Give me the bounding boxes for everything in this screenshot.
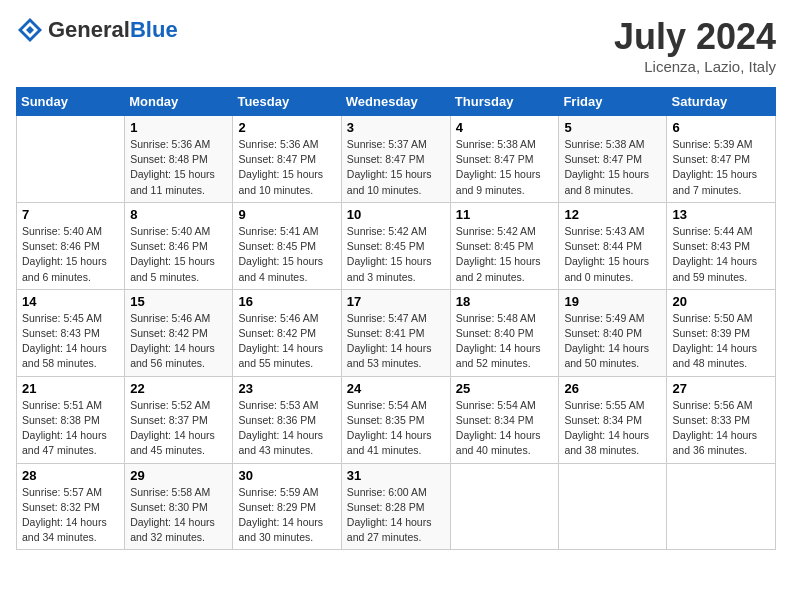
calendar-cell: 14 Sunrise: 5:45 AMSunset: 8:43 PMDaylig…	[17, 289, 125, 376]
weekday-header: Saturday	[667, 88, 776, 116]
day-number: 29	[130, 468, 227, 483]
calendar-week-row: 1 Sunrise: 5:36 AMSunset: 8:48 PMDayligh…	[17, 116, 776, 203]
day-detail: Sunrise: 5:38 AMSunset: 8:47 PMDaylight:…	[564, 137, 661, 198]
day-detail: Sunrise: 5:46 AMSunset: 8:42 PMDaylight:…	[130, 311, 227, 372]
calendar-cell: 4 Sunrise: 5:38 AMSunset: 8:47 PMDayligh…	[450, 116, 559, 203]
calendar-cell	[450, 463, 559, 550]
weekday-header: Monday	[125, 88, 233, 116]
logo: General Blue	[16, 16, 178, 44]
weekday-header: Wednesday	[341, 88, 450, 116]
day-number: 6	[672, 120, 770, 135]
day-detail: Sunrise: 5:37 AMSunset: 8:47 PMDaylight:…	[347, 137, 445, 198]
calendar-cell: 20 Sunrise: 5:50 AMSunset: 8:39 PMDaylig…	[667, 289, 776, 376]
weekday-header: Sunday	[17, 88, 125, 116]
calendar-cell: 27 Sunrise: 5:56 AMSunset: 8:33 PMDaylig…	[667, 376, 776, 463]
day-number: 15	[130, 294, 227, 309]
calendar-cell: 25 Sunrise: 5:54 AMSunset: 8:34 PMDaylig…	[450, 376, 559, 463]
title-block: July 2024 Licenza, Lazio, Italy	[614, 16, 776, 75]
day-number: 18	[456, 294, 554, 309]
day-detail: Sunrise: 6:00 AMSunset: 8:28 PMDaylight:…	[347, 485, 445, 546]
month-title: July 2024	[614, 16, 776, 58]
day-number: 23	[238, 381, 335, 396]
calendar-cell: 9 Sunrise: 5:41 AMSunset: 8:45 PMDayligh…	[233, 202, 341, 289]
day-number: 17	[347, 294, 445, 309]
calendar-cell	[17, 116, 125, 203]
day-detail: Sunrise: 5:46 AMSunset: 8:42 PMDaylight:…	[238, 311, 335, 372]
day-number: 28	[22, 468, 119, 483]
day-number: 5	[564, 120, 661, 135]
day-number: 4	[456, 120, 554, 135]
calendar-cell: 26 Sunrise: 5:55 AMSunset: 8:34 PMDaylig…	[559, 376, 667, 463]
calendar-cell	[667, 463, 776, 550]
calendar-cell: 17 Sunrise: 5:47 AMSunset: 8:41 PMDaylig…	[341, 289, 450, 376]
calendar-cell: 6 Sunrise: 5:39 AMSunset: 8:47 PMDayligh…	[667, 116, 776, 203]
calendar-cell: 19 Sunrise: 5:49 AMSunset: 8:40 PMDaylig…	[559, 289, 667, 376]
calendar-cell: 10 Sunrise: 5:42 AMSunset: 8:45 PMDaylig…	[341, 202, 450, 289]
day-detail: Sunrise: 5:51 AMSunset: 8:38 PMDaylight:…	[22, 398, 119, 459]
day-number: 9	[238, 207, 335, 222]
page-header: General Blue July 2024 Licenza, Lazio, I…	[16, 16, 776, 75]
day-number: 31	[347, 468, 445, 483]
day-detail: Sunrise: 5:56 AMSunset: 8:33 PMDaylight:…	[672, 398, 770, 459]
calendar-week-row: 7 Sunrise: 5:40 AMSunset: 8:46 PMDayligh…	[17, 202, 776, 289]
day-detail: Sunrise: 5:39 AMSunset: 8:47 PMDaylight:…	[672, 137, 770, 198]
day-detail: Sunrise: 5:41 AMSunset: 8:45 PMDaylight:…	[238, 224, 335, 285]
day-number: 26	[564, 381, 661, 396]
day-number: 2	[238, 120, 335, 135]
day-number: 22	[130, 381, 227, 396]
calendar-cell: 23 Sunrise: 5:53 AMSunset: 8:36 PMDaylig…	[233, 376, 341, 463]
day-detail: Sunrise: 5:44 AMSunset: 8:43 PMDaylight:…	[672, 224, 770, 285]
calendar-week-row: 21 Sunrise: 5:51 AMSunset: 8:38 PMDaylig…	[17, 376, 776, 463]
calendar-cell: 11 Sunrise: 5:42 AMSunset: 8:45 PMDaylig…	[450, 202, 559, 289]
day-detail: Sunrise: 5:59 AMSunset: 8:29 PMDaylight:…	[238, 485, 335, 546]
calendar-cell: 13 Sunrise: 5:44 AMSunset: 8:43 PMDaylig…	[667, 202, 776, 289]
logo-blue: Blue	[130, 17, 178, 43]
day-detail: Sunrise: 5:58 AMSunset: 8:30 PMDaylight:…	[130, 485, 227, 546]
day-number: 11	[456, 207, 554, 222]
calendar-cell: 30 Sunrise: 5:59 AMSunset: 8:29 PMDaylig…	[233, 463, 341, 550]
calendar-table: SundayMondayTuesdayWednesdayThursdayFrid…	[16, 87, 776, 550]
day-detail: Sunrise: 5:43 AMSunset: 8:44 PMDaylight:…	[564, 224, 661, 285]
day-detail: Sunrise: 5:40 AMSunset: 8:46 PMDaylight:…	[130, 224, 227, 285]
day-number: 24	[347, 381, 445, 396]
calendar-cell: 16 Sunrise: 5:46 AMSunset: 8:42 PMDaylig…	[233, 289, 341, 376]
day-number: 21	[22, 381, 119, 396]
day-number: 20	[672, 294, 770, 309]
day-detail: Sunrise: 5:49 AMSunset: 8:40 PMDaylight:…	[564, 311, 661, 372]
weekday-header: Friday	[559, 88, 667, 116]
calendar-cell: 12 Sunrise: 5:43 AMSunset: 8:44 PMDaylig…	[559, 202, 667, 289]
day-detail: Sunrise: 5:50 AMSunset: 8:39 PMDaylight:…	[672, 311, 770, 372]
day-detail: Sunrise: 5:52 AMSunset: 8:37 PMDaylight:…	[130, 398, 227, 459]
day-number: 27	[672, 381, 770, 396]
weekday-row: SundayMondayTuesdayWednesdayThursdayFrid…	[17, 88, 776, 116]
weekday-header: Thursday	[450, 88, 559, 116]
calendar-cell: 31 Sunrise: 6:00 AMSunset: 8:28 PMDaylig…	[341, 463, 450, 550]
weekday-header: Tuesday	[233, 88, 341, 116]
day-detail: Sunrise: 5:38 AMSunset: 8:47 PMDaylight:…	[456, 137, 554, 198]
day-number: 10	[347, 207, 445, 222]
day-number: 7	[22, 207, 119, 222]
calendar-cell: 24 Sunrise: 5:54 AMSunset: 8:35 PMDaylig…	[341, 376, 450, 463]
day-number: 19	[564, 294, 661, 309]
day-detail: Sunrise: 5:47 AMSunset: 8:41 PMDaylight:…	[347, 311, 445, 372]
calendar-cell: 22 Sunrise: 5:52 AMSunset: 8:37 PMDaylig…	[125, 376, 233, 463]
calendar-cell: 8 Sunrise: 5:40 AMSunset: 8:46 PMDayligh…	[125, 202, 233, 289]
day-number: 14	[22, 294, 119, 309]
logo-icon	[16, 16, 44, 44]
day-detail: Sunrise: 5:36 AMSunset: 8:48 PMDaylight:…	[130, 137, 227, 198]
day-detail: Sunrise: 5:42 AMSunset: 8:45 PMDaylight:…	[347, 224, 445, 285]
day-detail: Sunrise: 5:55 AMSunset: 8:34 PMDaylight:…	[564, 398, 661, 459]
day-detail: Sunrise: 5:45 AMSunset: 8:43 PMDaylight:…	[22, 311, 119, 372]
day-number: 30	[238, 468, 335, 483]
calendar-cell: 15 Sunrise: 5:46 AMSunset: 8:42 PMDaylig…	[125, 289, 233, 376]
day-number: 1	[130, 120, 227, 135]
day-number: 12	[564, 207, 661, 222]
day-detail: Sunrise: 5:40 AMSunset: 8:46 PMDaylight:…	[22, 224, 119, 285]
calendar-cell: 1 Sunrise: 5:36 AMSunset: 8:48 PMDayligh…	[125, 116, 233, 203]
calendar-header: SundayMondayTuesdayWednesdayThursdayFrid…	[17, 88, 776, 116]
calendar-cell: 2 Sunrise: 5:36 AMSunset: 8:47 PMDayligh…	[233, 116, 341, 203]
day-detail: Sunrise: 5:57 AMSunset: 8:32 PMDaylight:…	[22, 485, 119, 546]
calendar-cell: 7 Sunrise: 5:40 AMSunset: 8:46 PMDayligh…	[17, 202, 125, 289]
calendar-cell: 21 Sunrise: 5:51 AMSunset: 8:38 PMDaylig…	[17, 376, 125, 463]
day-number: 13	[672, 207, 770, 222]
